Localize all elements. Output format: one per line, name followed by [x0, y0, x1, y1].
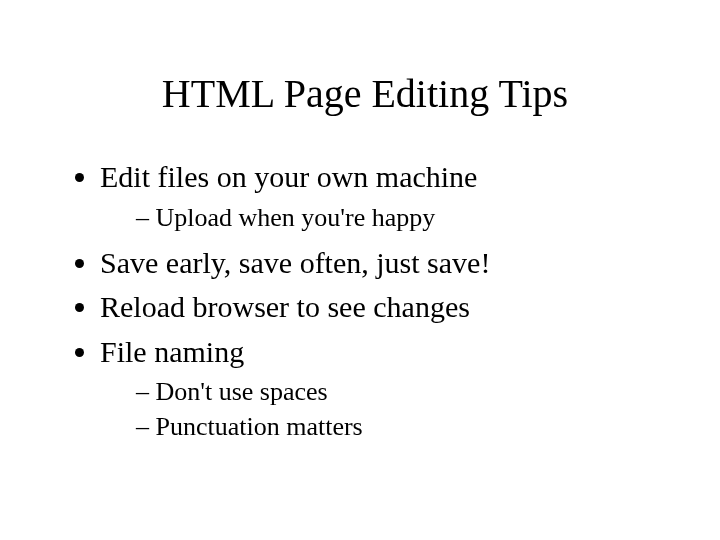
bullet-list: Edit files on your own machine Upload wh… [60, 157, 670, 444]
bullet-item: Edit files on your own machine Upload wh… [100, 157, 670, 235]
bullet-text: Reload browser to see changes [100, 290, 470, 323]
sub-bullet-item: Punctuation matters [136, 409, 670, 444]
sub-bullet-list: Upload when you're happy [100, 200, 670, 235]
sub-bullet-list: Don't use spaces Punctuation matters [100, 374, 670, 444]
sub-bullet-text: Don't use spaces [156, 377, 328, 406]
bullet-text: Save early, save often, just save! [100, 246, 490, 279]
sub-bullet-item: Upload when you're happy [136, 200, 670, 235]
sub-bullet-text: Punctuation matters [156, 412, 363, 441]
bullet-text: File naming [100, 335, 244, 368]
sub-bullet-item: Don't use spaces [136, 374, 670, 409]
sub-bullet-text: Upload when you're happy [156, 203, 436, 232]
bullet-text: Edit files on your own machine [100, 160, 477, 193]
bullet-item: Save early, save often, just save! [100, 243, 670, 284]
bullet-item: Reload browser to see changes [100, 287, 670, 328]
slide-title: HTML Page Editing Tips [60, 70, 670, 117]
bullet-item: File naming Don't use spaces Punctuation… [100, 332, 670, 445]
slide: HTML Page Editing Tips Edit files on you… [0, 0, 720, 540]
